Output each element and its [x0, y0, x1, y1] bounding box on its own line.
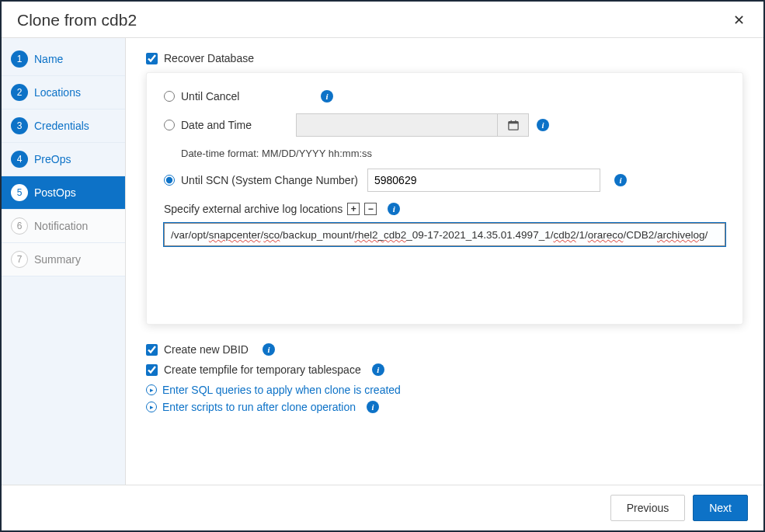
nav-item-credentials[interactable]: 3 Credentials [2, 110, 125, 143]
nav-step-label: Locations [34, 86, 81, 99]
archive-locations-label: Specify external archive log locations [164, 203, 343, 215]
content-panel: Recover Database Until Cancel i Date and… [126, 38, 763, 485]
date-time-format-hint: Date-time format: MM/DD/YYYY hh:mm:ss [181, 148, 725, 159]
archive-locations-row: Specify external archive log locations +… [164, 203, 725, 215]
nav-step-label: PostOps [34, 186, 76, 199]
until-scn-label: Until SCN (System Change Number) [181, 174, 358, 186]
info-icon[interactable]: i [614, 174, 627, 186]
date-time-label: Date and Time [181, 119, 296, 131]
chevron-right-icon: ▸ [146, 402, 157, 412]
nav-step-label: PreOps [34, 153, 71, 165]
info-icon[interactable]: i [388, 203, 400, 215]
recover-options-card: Until Cancel i Date and Time i Date-time… [146, 72, 743, 325]
archive-path-input[interactable]: /var/opt/snapcenter/sco/backup_mount/rhe… [164, 223, 725, 246]
nav-item-postops[interactable]: 5 PostOps [2, 176, 125, 210]
previous-button[interactable]: Previous [610, 495, 685, 521]
nav-step-label: Notification [34, 220, 88, 232]
recover-database-label: Recover Database [164, 52, 254, 64]
nav-step-number: 3 [11, 117, 28, 134]
add-location-button[interactable]: + [347, 203, 360, 215]
nav-step-number: 2 [11, 84, 28, 101]
until-scn-row: Until SCN (System Change Number) i [164, 169, 725, 192]
remove-location-button[interactable]: − [364, 203, 377, 215]
create-dbid-checkbox[interactable] [146, 344, 158, 356]
scripts-label: Enter scripts to run after clone operati… [162, 401, 356, 413]
nav-step-label: Summary [34, 253, 81, 266]
nav-item-locations[interactable]: 2 Locations [2, 76, 125, 110]
until-cancel-label: Until Cancel [181, 90, 313, 103]
date-time-radio[interactable] [164, 120, 175, 130]
nav-step-number: 6 [11, 217, 28, 235]
info-icon[interactable]: i [321, 90, 333, 103]
sql-queries-expander[interactable]: ▸ Enter SQL queries to apply when clone … [146, 384, 743, 396]
modal-header: Clone from cdb2 ✕ [2, 2, 763, 38]
date-time-row: Date and Time i [164, 113, 725, 137]
svg-rect-1 [508, 122, 517, 124]
create-tempfile-checkbox[interactable] [146, 364, 158, 376]
info-icon[interactable]: i [372, 363, 384, 376]
info-icon[interactable]: i [263, 343, 275, 356]
nav-step-label: Credentials [34, 120, 89, 132]
create-dbid-row: Create new DBID i [146, 343, 743, 356]
scripts-expander[interactable]: ▸ Enter scripts to run after clone opera… [146, 401, 743, 413]
until-scn-radio[interactable] [164, 175, 175, 186]
nav-item-summary: 7 Summary [2, 243, 125, 276]
svg-rect-2 [510, 120, 511, 123]
nav-item-preops[interactable]: 4 PreOps [2, 143, 125, 176]
until-cancel-radio[interactable] [164, 91, 175, 102]
nav-step-number: 7 [11, 251, 28, 268]
modal-title: Clone from cdb2 [17, 11, 137, 30]
clone-wizard-modal: Clone from cdb2 ✕ 1 Name 2 Locations 3 C… [2, 2, 763, 530]
calendar-button[interactable] [498, 113, 529, 137]
create-tempfile-row: Create tempfile for temporary tablespace… [146, 363, 743, 376]
nav-step-number: 1 [11, 50, 28, 68]
next-button[interactable]: Next [693, 495, 748, 521]
nav-step-label: Name [34, 53, 63, 65]
chevron-right-icon: ▸ [146, 384, 157, 395]
recover-database-row: Recover Database [146, 52, 743, 64]
nav-item-notification: 6 Notification [2, 210, 125, 243]
recover-database-checkbox[interactable] [146, 53, 158, 64]
nav-step-number: 5 [11, 184, 28, 201]
create-tempfile-label: Create tempfile for temporary tablespace [164, 363, 361, 376]
info-icon[interactable]: i [367, 401, 379, 413]
modal-footer: Previous Next [2, 485, 763, 530]
wizard-nav: 1 Name 2 Locations 3 Credentials 4 PreOp… [2, 38, 126, 485]
nav-step-number: 4 [11, 151, 28, 168]
calendar-icon [508, 120, 519, 130]
date-time-input-group [296, 113, 529, 137]
close-button[interactable]: ✕ [730, 12, 748, 29]
nav-item-name[interactable]: 1 Name [2, 43, 125, 76]
modal-body: 1 Name 2 Locations 3 Credentials 4 PreOp… [2, 38, 763, 485]
svg-rect-3 [515, 120, 516, 123]
sql-queries-label: Enter SQL queries to apply when clone is… [162, 384, 401, 396]
create-dbid-label: Create new DBID [164, 343, 249, 356]
until-cancel-row: Until Cancel i [164, 90, 725, 103]
date-time-field[interactable] [296, 113, 498, 137]
info-icon[interactable]: i [537, 119, 549, 131]
scn-input[interactable] [367, 169, 600, 192]
